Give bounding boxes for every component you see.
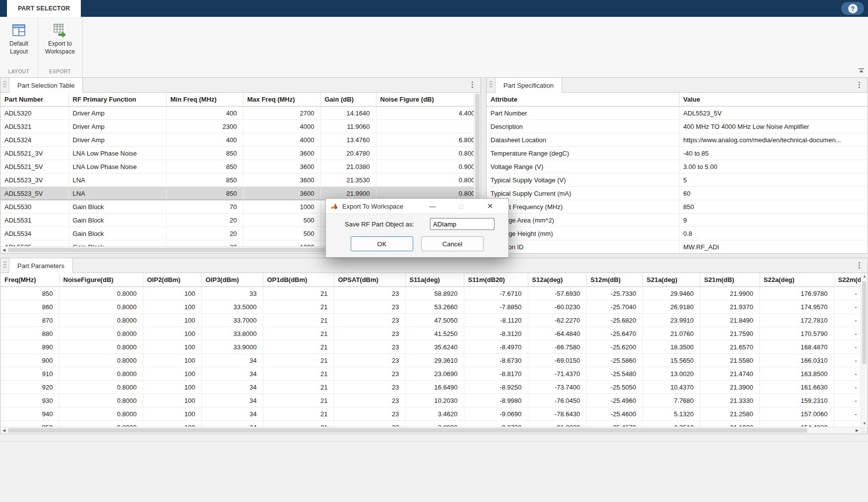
cell[interactable]: 21 (263, 421, 334, 427)
cell[interactable]: 21 (263, 327, 334, 340)
cell[interactable]: 3600 (243, 173, 320, 187)
column-header[interactable]: OP1dB(dBm) (263, 273, 334, 287)
table-row[interactable]: 9000.800010034212329.3610-8.6730-69.0150… (0, 354, 861, 367)
cell[interactable]: 0.8000 (59, 421, 143, 427)
cell[interactable]: 850 (0, 287, 59, 300)
cell[interactable]: 23 (334, 287, 405, 300)
ok-button[interactable]: OK (351, 236, 413, 251)
cell[interactable]: -71.4370 (528, 367, 586, 381)
scrollbar-thumb[interactable] (8, 428, 807, 433)
cell[interactable]: -9.0720 (464, 421, 528, 427)
scroll-left-icon[interactable]: ◀ (0, 247, 7, 253)
cell[interactable]: 33.7000 (201, 314, 263, 327)
tab-part-selection-table[interactable]: Part Selection Table (9, 77, 83, 93)
cell[interactable]: 41.5250 (405, 327, 464, 340)
cell[interactable]: -7.6710 (464, 287, 528, 300)
cell[interactable]: 100 (143, 367, 201, 381)
cell[interactable]: MW.RF_ADI (679, 240, 868, 254)
cell[interactable]: 2300 (166, 120, 243, 133)
cell[interactable]: -8.8170 (464, 367, 528, 381)
cell[interactable]: 100 (143, 287, 201, 300)
cell[interactable]: 950 (0, 421, 59, 427)
cell[interactable]: ADL5320 (0, 107, 68, 120)
cell[interactable]: 21.9900 (700, 287, 759, 300)
minimize-icon[interactable]: — (425, 199, 440, 214)
cell[interactable]: 157.0060 (759, 407, 834, 421)
cell[interactable]: 0.8000 (59, 354, 143, 367)
vertical-scrollbar[interactable]: ▲ ▼ (861, 273, 868, 427)
column-header[interactable]: Max Freq (MHz) (243, 93, 320, 107)
object-name-input[interactable] (430, 218, 495, 230)
table-row[interactable]: Default Frequency (MHz)850 (487, 200, 868, 214)
cell[interactable]: 0.8 (679, 227, 868, 240)
cell[interactable]: 940 (0, 407, 59, 421)
cell[interactable]: Gain Block (68, 200, 166, 214)
overflow-icon[interactable]: ⋮ (856, 81, 863, 88)
table-row[interactable]: 8500.800010033212358.8920-7.6710-57.6930… (0, 287, 861, 300)
table-row[interactable]: ADL5523_3VLNA850360021.35300.8000 (0, 173, 474, 187)
cell[interactable]: 34 (201, 367, 263, 381)
table-row[interactable]: 8900.800010033.9000212335.6240-8.4970-66… (0, 340, 861, 354)
cell[interactable]: Description (487, 120, 679, 133)
column-header[interactable]: S12a(deg) (528, 273, 586, 287)
column-header[interactable]: S21a(deg) (642, 273, 700, 287)
cell[interactable]: 21.3530 (320, 173, 376, 187)
cell[interactable]: 100 (143, 340, 201, 354)
cell[interactable]: 3.00 to 5.00 (679, 160, 868, 173)
column-header[interactable]: S11m(dB20) (464, 273, 528, 287)
cell[interactable]: 154.4820 (759, 421, 834, 427)
cell[interactable]: 0.8000 (376, 147, 474, 160)
panel-grip-icon[interactable] (3, 80, 6, 88)
cell[interactable]: 0.8000 (59, 381, 143, 394)
column-header[interactable]: Noise Figure (dB) (376, 93, 474, 107)
cell[interactable]: 11.9060 (320, 120, 376, 133)
cell[interactable]: 500 (243, 214, 320, 227)
cell[interactable]: 920 (0, 381, 59, 394)
table-row[interactable]: ADL5324Driver Amp400400013.47606.8000 (0, 133, 474, 147)
cell[interactable]: 400 (166, 133, 243, 147)
cell[interactable]: 0.8000 (59, 327, 143, 340)
cell[interactable]: 21 (263, 381, 334, 394)
cell[interactable]: 23 (334, 407, 405, 421)
scroll-right-icon[interactable]: ▶ (854, 427, 861, 434)
cell[interactable]: -73.7400 (528, 381, 586, 394)
cell[interactable]: - (834, 327, 861, 340)
cell[interactable]: 21.6570 (700, 340, 759, 354)
cell[interactable]: Gain Block (68, 214, 166, 227)
scrollbar-thumb[interactable] (862, 281, 867, 364)
cell[interactable]: 21.8490 (700, 314, 759, 327)
cell[interactable]: https://www.analog.com/media/en/technica… (679, 133, 868, 147)
cell[interactable]: - (834, 314, 861, 327)
overflow-icon[interactable]: ⋮ (856, 261, 863, 269)
cell[interactable]: 100 (143, 394, 201, 407)
cell[interactable]: Package Height (mm) (487, 227, 679, 240)
cell[interactable]: -25.6820 (586, 314, 642, 327)
cell[interactable]: 166.0310 (759, 354, 834, 367)
cell[interactable]: 4000 (243, 120, 320, 133)
column-header[interactable]: S21m(dB) (700, 273, 759, 287)
cell[interactable]: -25.5860 (586, 354, 642, 367)
cell[interactable]: 6.8000 (376, 133, 474, 147)
cell[interactable]: 21.0380 (320, 160, 376, 173)
cell[interactable]: ADL5531 (0, 214, 68, 227)
cell[interactable]: -9.0690 (464, 407, 528, 421)
cell[interactable]: -25.6200 (586, 340, 642, 354)
cell[interactable]: -60.0230 (528, 300, 586, 314)
table-row[interactable]: Typical Supply Voltage (V)5 (487, 173, 868, 187)
cell[interactable]: -64.4840 (528, 327, 586, 340)
cell[interactable]: 0.8000 (376, 173, 474, 187)
cell[interactable]: 161.6630 (759, 381, 834, 394)
cell[interactable]: 1000 (243, 240, 320, 247)
cell[interactable]: 400 MHz TO 4000 MHz Low Noise Amplifier (679, 120, 868, 133)
cell[interactable]: 890 (0, 340, 59, 354)
cell[interactable]: 20.4780 (320, 147, 376, 160)
scroll-left-icon[interactable]: ◀ (0, 427, 7, 434)
cell[interactable]: -25.6470 (586, 327, 642, 340)
cell[interactable]: 21.0760 (642, 327, 700, 340)
column-header[interactable]: RF Primary Function (68, 93, 166, 107)
cell[interactable]: 172.7810 (759, 314, 834, 327)
cell[interactable]: Driver Amp (68, 120, 166, 133)
table-row[interactable]: ADL5521_3VLNA Low Phase Noise850360020.4… (0, 147, 474, 160)
cell[interactable]: 23 (334, 314, 405, 327)
cell[interactable]: 100 (143, 381, 201, 394)
